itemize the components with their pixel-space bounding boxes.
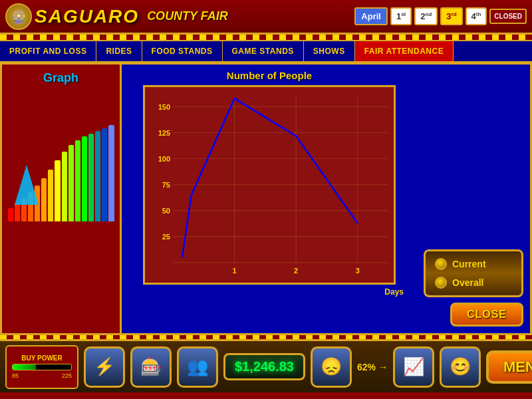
bar-item <box>62 152 67 221</box>
chart-title: Number of People <box>227 70 312 81</box>
register-button[interactable]: 🎰 <box>130 346 172 388</box>
graph-label: Graph <box>43 71 78 85</box>
chart-x-label: Days <box>384 287 404 297</box>
legend-dot-overall <box>435 277 447 289</box>
bar-item <box>68 145 74 221</box>
bar-item <box>48 170 53 221</box>
close-button-row: CLOSE <box>424 303 523 327</box>
svg-text:50: 50 <box>162 207 170 215</box>
tab-profit-and-loss[interactable]: PROFIT AND LOSS <box>0 41 96 61</box>
legend-label-overall: Overall <box>452 277 483 288</box>
calendar-day-3[interactable]: 3rd <box>440 7 462 25</box>
svg-text:2: 2 <box>294 267 298 275</box>
bar-item <box>95 131 100 221</box>
trend-arrow-icon <box>15 165 39 205</box>
tab-rides[interactable]: RIDES <box>96 41 142 61</box>
svg-text:75: 75 <box>162 181 170 189</box>
bar-item <box>15 203 20 221</box>
legend-item-current: Current <box>435 258 512 270</box>
logo-title: SAGUARO <box>35 6 139 27</box>
svg-text:125: 125 <box>158 129 170 137</box>
tabs-bar: PROFIT AND LOSS RIDES FOOD STANDS GAME S… <box>0 40 532 63</box>
bottom-bar: BUY POWER 85 225 ⚡ 🎰 👥 $1,246.83 😞 62% →… <box>0 339 532 392</box>
tab-game-stands[interactable]: GAME STANDS <box>223 41 304 61</box>
legend-dot-current <box>435 258 447 270</box>
money-display: $1,246.83 <box>223 353 305 380</box>
calendar-area: April 1st 2nd 3rd 4th CLOSED <box>354 7 527 25</box>
tab-fair-attendance[interactable]: FAIR ATTENDANCE <box>355 41 454 61</box>
face-icon-button[interactable]: 😞 <box>311 346 352 388</box>
right-panel: Current Overall CLOSE <box>417 65 530 333</box>
close-button[interactable]: CLOSE <box>450 303 523 327</box>
svg-text:3: 3 <box>356 267 360 275</box>
power-numbers: 85 225 <box>12 372 72 379</box>
bar-item <box>88 134 94 221</box>
calendar-month: April <box>354 7 388 25</box>
face2-icon-button[interactable]: 😊 <box>440 346 481 388</box>
left-panel: Graph <box>2 65 122 333</box>
bar-chart-area <box>8 92 114 225</box>
logo-subtitle: COUNTY FAIR <box>147 9 228 23</box>
chart-area: Number of People 255075100125150123 Days <box>122 65 417 333</box>
ferris-wheel-icon: 🎡 <box>5 3 32 30</box>
bar-item <box>75 140 80 221</box>
bar-item <box>8 208 13 221</box>
svg-text:100: 100 <box>158 155 170 163</box>
bar-item <box>55 160 60 221</box>
chart-icon-button[interactable]: 📈 <box>393 346 434 388</box>
calendar-day-4[interactable]: 4th <box>466 7 487 25</box>
bar-item <box>82 136 87 221</box>
menu-button[interactable]: MENU <box>486 350 532 384</box>
chart-data-line <box>182 98 358 257</box>
legend-label-current: Current <box>452 259 486 269</box>
calendar-day-1[interactable]: 1st <box>390 7 412 25</box>
tab-shows[interactable]: SHOWS <box>304 41 355 61</box>
legend-box: Current Overall <box>424 249 523 297</box>
calendar-closed[interactable]: CLOSED <box>489 9 527 24</box>
power-val2: 225 <box>62 372 72 379</box>
bar-item <box>102 128 107 221</box>
people-button[interactable]: 👥 <box>177 346 218 388</box>
lightning-button[interactable]: ⚡ <box>84 346 125 388</box>
buy-power-fill <box>13 364 36 370</box>
bar-item <box>108 125 114 221</box>
buy-power-section: BUY POWER 85 225 <box>5 345 78 389</box>
buy-power-bar <box>12 364 72 370</box>
logo-area: 🎡 SAGUARO COUNTY FAIR <box>5 3 228 30</box>
top-bar: 🎡 SAGUARO COUNTY FAIR April 1st 2nd 3rd … <box>0 0 532 35</box>
percent-display: 62% → <box>357 362 388 372</box>
bar-item <box>41 178 47 221</box>
decorative-stripe-top <box>0 35 532 40</box>
chart-svg: 255075100125150123 <box>145 87 398 287</box>
calendar-day-2[interactable]: 2nd <box>414 7 438 25</box>
arrow-right-icon: → <box>378 362 388 372</box>
svg-text:150: 150 <box>158 103 170 111</box>
percent-value: 62% <box>357 362 376 372</box>
chart-container: 255075100125150123 <box>143 85 396 285</box>
main-content: Graph Number of People 25507510012515012… <box>0 63 532 335</box>
legend-item-overall: Overall <box>435 277 512 289</box>
power-val1: 85 <box>12 372 19 379</box>
tab-food-stands[interactable]: FOOD STANDS <box>142 41 223 61</box>
buy-power-label: BUY POWER <box>12 354 72 362</box>
svg-text:25: 25 <box>162 233 170 241</box>
svg-text:1: 1 <box>233 267 237 275</box>
